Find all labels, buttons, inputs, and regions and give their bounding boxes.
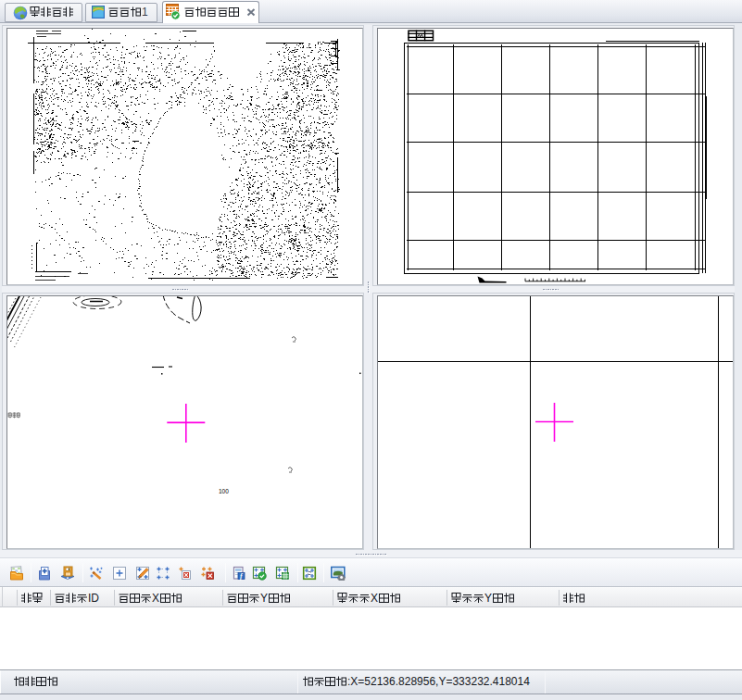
svg-text:100: 100: [219, 488, 229, 494]
